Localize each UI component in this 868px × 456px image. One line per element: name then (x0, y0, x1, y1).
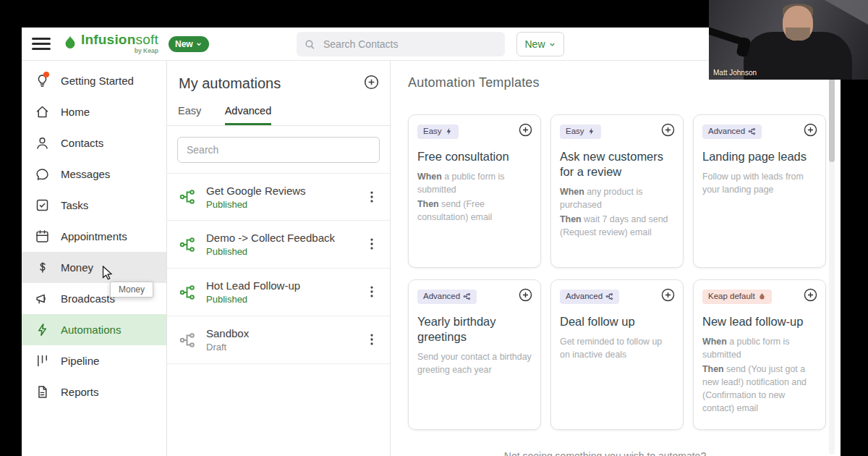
money-tooltip: Money (110, 282, 153, 297)
template-description: Follow up with leads from your landing p… (702, 171, 817, 197)
template-description: Send your contact a birthday greeting ea… (417, 351, 532, 377)
new-button[interactable]: New (516, 32, 564, 56)
template-title: Yearly birthday greetings (417, 314, 532, 345)
sidebar-item-label: Broadcasts (61, 292, 115, 305)
webcam-background-light (825, 0, 868, 25)
tab-easy[interactable]: Easy (178, 105, 201, 123)
row-menu-kebab-icon[interactable] (364, 236, 380, 253)
sidebar-item-tasks[interactable]: Tasks (22, 190, 166, 221)
megaphone-icon (35, 291, 50, 306)
template-when: When any product is purchased (560, 186, 674, 212)
infusionsoft-logo[interactable]: Infusionsoft by Keap (62, 33, 158, 54)
badge-easy: Easy (560, 124, 601, 139)
automation-tabs: Easy Advanced (167, 104, 390, 126)
hamburger-menu-icon[interactable] (32, 38, 51, 51)
mouse-cursor (102, 266, 114, 283)
template-title: New lead follow-up (702, 314, 817, 329)
automation-templates-panel: Automation Templates Easy Free consultat… (391, 61, 841, 456)
automation-search[interactable] (177, 137, 380, 163)
sidebar-item-reports[interactable]: Reports (22, 376, 166, 408)
template-card-yearly-birthday-greetings[interactable]: Advanced Yearly birthday greetings Send … (408, 279, 541, 430)
calendar-icon (35, 229, 50, 244)
search-contacts-input[interactable] (322, 38, 498, 51)
presenter-beard (786, 28, 810, 41)
plus-circle-icon (803, 122, 818, 138)
badge-advanced: Advanced (560, 290, 619, 304)
sidebar-item-automations[interactable]: Automations (22, 314, 166, 345)
automation-row-demo-collect-feedback[interactable]: Demo -> Collect Feedback Published (167, 221, 390, 269)
automation-row-hot-lead-follow-up[interactable]: Hot Lead Follow-up Published (167, 269, 390, 316)
automation-status: Published (206, 294, 300, 305)
add-template-button[interactable] (660, 122, 676, 138)
template-title: Deal follow up (560, 314, 674, 329)
template-then: Then wait 7 days and send (Request revie… (560, 214, 674, 240)
template-when: When a public form is submitted (417, 171, 532, 197)
badge-easy: Easy (417, 124, 459, 139)
new-badge-dropdown[interactable]: New (169, 36, 209, 52)
add-automation-button[interactable] (363, 74, 380, 90)
automation-row-get-google-reviews[interactable]: Get Google Reviews Published (167, 173, 390, 221)
branch-icon (748, 127, 756, 135)
app-window: Infusionsoft by Keap New New G (22, 28, 841, 456)
row-menu-kebab-icon[interactable] (364, 189, 380, 206)
add-template-button[interactable] (518, 122, 533, 138)
template-card-landing-page-leads[interactable]: Advanced Landing page leads Follow up wi… (693, 114, 826, 268)
tab-advanced[interactable]: Advanced (225, 105, 272, 125)
template-title: Free consultation (417, 149, 532, 164)
badge-keap-default: Keap default (702, 290, 772, 304)
automation-status: Draft (206, 342, 249, 352)
sidebar-item-label: Reports (61, 386, 99, 398)
sidebar-item-appointments[interactable]: Appointments (22, 221, 166, 252)
brand-subtitle: by Keap (81, 48, 158, 54)
template-cards-grid: Easy Free consultation When a public for… (408, 114, 826, 430)
row-menu-kebab-icon[interactable] (364, 332, 380, 349)
template-card-deal-follow-up[interactable]: Advanced Deal follow up Get reminded to … (550, 279, 684, 430)
home-icon (35, 104, 50, 119)
template-card-ask-new-customers[interactable]: Easy Ask new customers for a review When… (550, 114, 684, 268)
template-description: Get reminded to follow up on inactive de… (560, 336, 674, 362)
templates-title: Automation Templates (408, 75, 540, 90)
panel-title: My automations (179, 75, 281, 91)
branch-icon (463, 292, 471, 300)
automation-search-input[interactable] (185, 143, 372, 156)
bolt-icon (587, 127, 595, 135)
sidebar-item-contacts[interactable]: Contacts (22, 127, 166, 159)
notification-dot (43, 72, 49, 77)
template-title: Ask new customers for a review (560, 149, 674, 180)
lightning-bolt-icon (35, 322, 50, 337)
sidebar-item-label: Money (61, 261, 93, 274)
template-card-new-lead-follow-up[interactable]: Keap default New lead follow-up When a p… (693, 279, 826, 430)
sidebar-item-messages[interactable]: Messages (22, 159, 166, 190)
templates-footer-text: Not seeing something you wish to automat… (391, 450, 819, 456)
brand-name: Infusionsoft (81, 32, 158, 47)
automation-branch-icon (179, 236, 196, 253)
row-menu-kebab-icon[interactable] (364, 284, 380, 301)
automation-name: Hot Lead Follow-up (206, 279, 300, 292)
sidebar-item-label: Pipeline (61, 355, 99, 367)
scrollbar-thumb[interactable] (829, 67, 835, 162)
sidebar-nav: Getting Started Home Contacts Messages T (22, 61, 166, 456)
vertical-scrollbar[interactable] (829, 65, 835, 455)
template-card-free-consultation[interactable]: Easy Free consultation When a public for… (408, 114, 541, 268)
sidebar-item-money[interactable]: Money (22, 252, 166, 283)
add-template-button[interactable] (660, 287, 676, 303)
sidebar-item-pipeline[interactable]: Pipeline (22, 345, 166, 376)
add-template-button[interactable] (803, 287, 818, 303)
automation-row-sandbox[interactable]: Sandbox Draft (167, 316, 390, 364)
badge-advanced: Advanced (417, 290, 477, 304)
add-template-button[interactable] (518, 287, 533, 303)
report-document-icon (35, 384, 50, 400)
plus-circle-icon (518, 287, 533, 303)
global-search[interactable] (297, 32, 505, 56)
sidebar-item-home[interactable]: Home (22, 96, 166, 127)
new-button-label: New (524, 38, 545, 50)
task-check-icon (35, 198, 50, 213)
webcam-overlay: Matt Johnson (709, 0, 868, 80)
sidebar-item-getting-started[interactable]: Getting Started (22, 65, 166, 96)
my-automations-panel: My automations Easy Advanced Get Google … (166, 61, 391, 456)
automation-branch-icon (179, 284, 196, 301)
sidebar-item-label: Home (61, 106, 90, 118)
person-icon (35, 135, 50, 151)
add-template-button[interactable] (803, 122, 818, 138)
automation-status: Published (206, 246, 335, 257)
